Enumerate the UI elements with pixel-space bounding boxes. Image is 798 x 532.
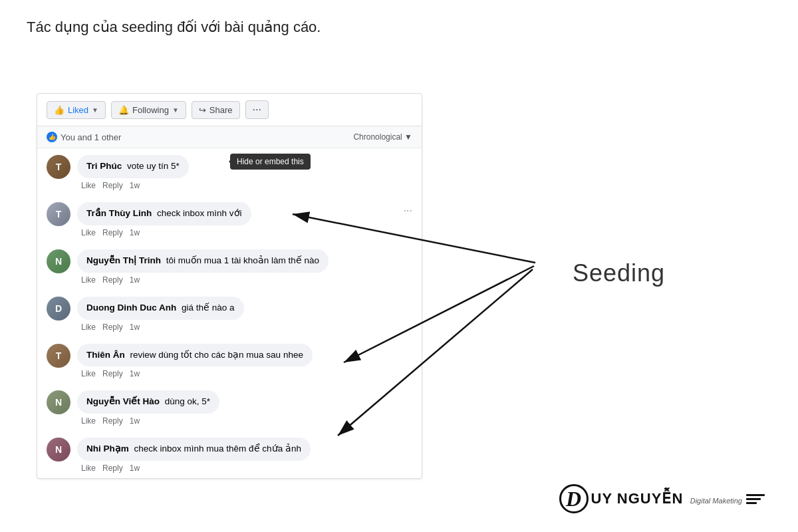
reply-action[interactable]: Reply (102, 181, 123, 190)
share-icon: ↪ (199, 105, 206, 115)
like-action[interactable]: Like (81, 275, 96, 285)
comment-bubble: Tri Phúc vote uy tín 5* (77, 155, 189, 178)
reply-action[interactable]: Reply (102, 369, 123, 378)
comment-bubble: Nhi Phạm check inbox mình mua thêm để ch… (77, 438, 311, 461)
comment-author: Trần Thùy Linh (86, 208, 152, 218)
comment-bubble: Thiên Ân review dùng tốt cho các bạn mua… (77, 344, 313, 367)
comment-more-button[interactable]: ··· (404, 205, 412, 217)
avatar: N (47, 390, 70, 414)
comment-meta: Like Reply 1w (77, 415, 412, 427)
like-action[interactable]: Like (81, 323, 96, 332)
timestamp: 1w (130, 228, 140, 237)
like-action[interactable]: Like (81, 416, 96, 426)
comment-bubble: Nguyễn Viết Hào dùng ok, 5* (77, 390, 219, 414)
comment-bubble: Nguyễn Thị Trinh tôi muốn mua 1 tài khoả… (77, 249, 329, 273)
comment-bubble: Trần Thùy Linh check inbox mình với (77, 202, 251, 225)
following-button[interactable]: 🔔 Following ▼ (111, 101, 186, 119)
brand: D UY NGUYỄN Digital Maketing (559, 484, 765, 513)
timestamp: 1w (130, 181, 140, 190)
comment-bubble: Duong Dinh Duc Anh giá thế nào a (77, 297, 244, 320)
brand-decoration (746, 494, 765, 504)
comment-item: D Duong Dinh Duc Anh giá thế nào a Like … (37, 290, 422, 337)
comment-meta: Like Reply 1w (77, 180, 412, 192)
like-action[interactable]: Like (81, 228, 96, 237)
comment-author: Nguyễn Viết Hào (86, 396, 160, 406)
reply-action[interactable]: Reply (102, 228, 123, 237)
avatar: T (47, 155, 70, 179)
timestamp: 1w (130, 369, 140, 378)
comment-item: N Nguyễn Thị Trinh tôi muốn mua 1 tài kh… (37, 243, 422, 290)
like-action[interactable]: Like (81, 369, 96, 378)
share-button[interactable]: ↪ Share (192, 101, 240, 119)
like-action[interactable]: Like (81, 181, 96, 190)
comment-item: T Tri Phúc vote uy tín 5* Like Reply 1w … (37, 148, 422, 196)
following-label: Following (132, 105, 169, 115)
reply-action[interactable]: Reply (102, 464, 123, 473)
avatar: N (47, 249, 70, 273)
comment-meta: Like Reply 1w (77, 462, 412, 474)
timestamp: 1w (130, 464, 140, 473)
timestamp: 1w (130, 323, 140, 332)
comment-content: Duong Dinh Duc Anh giá thế nào a Like Re… (77, 297, 412, 333)
comment-author: Tri Phúc (86, 161, 122, 171)
comment-meta: Like Reply 1w (77, 227, 412, 239)
comment-author: Nhi Phạm (86, 444, 129, 454)
more-button[interactable]: ··· (245, 100, 269, 119)
comment-text: check inbox mình mua thêm để chứa ảnh (134, 444, 301, 454)
comment-meta: Like Reply 1w (77, 368, 412, 380)
comment-text: check inbox mình với (157, 208, 242, 218)
liked-button[interactable]: 👍 Liked ▼ (47, 101, 106, 119)
comment-meta: Like Reply 1w (77, 321, 412, 333)
comment-meta: Like Reply 1w (77, 274, 412, 286)
comment-content: Trần Thùy Linh check inbox mình với Like… (77, 202, 412, 239)
tooltip: Hide or embed this (230, 154, 311, 170)
reply-action[interactable]: Reply (102, 323, 123, 332)
like-action[interactable]: Like (81, 464, 96, 473)
comment-author: Nguyễn Thị Trinh (86, 255, 161, 265)
facebook-panel: 👍 Liked ▼ 🔔 Following ▼ ↪ Share ··· 👍 Yo… (37, 93, 422, 479)
comment-content: Nguyễn Viết Hào dùng ok, 5* Like Reply 1… (77, 390, 412, 427)
comment-text: vote uy tín 5* (127, 161, 180, 171)
comments-list: T Tri Phúc vote uy tín 5* Like Reply 1w … (37, 148, 422, 478)
avatar: T (47, 202, 70, 226)
comment-text: review dùng tốt cho các bạn mua sau nhee (130, 350, 303, 360)
comment-item: N Nhi Phạm check inbox mình mua thêm để … (37, 431, 422, 478)
avatar: D (47, 297, 70, 321)
reply-action[interactable]: Reply (102, 275, 123, 285)
avatar: T (47, 344, 70, 368)
following-icon: 🔔 (118, 105, 129, 115)
comment-content: Thiên Ân review dùng tốt cho các bạn mua… (77, 344, 412, 380)
following-chevron: ▼ (172, 106, 179, 114)
reaction-count: 👍 You and 1 other (47, 132, 121, 142)
avatar: N (47, 438, 70, 462)
comments-header: 👍 You and 1 other Chronological ▼ (37, 126, 422, 148)
timestamp: 1w (130, 416, 140, 426)
comment-content: Nhi Phạm check inbox mình mua thêm để ch… (77, 438, 412, 474)
like-icon: 👍 (54, 105, 65, 115)
liked-chevron: ▼ (92, 106, 98, 114)
brand-name-text: UY NGUYỄN Digital Maketing (591, 490, 742, 507)
seeding-label: Seeding (573, 259, 665, 287)
comment-item: T Thiên Ân review dùng tốt cho các bạn m… (37, 337, 422, 384)
action-bar: 👍 Liked ▼ 🔔 Following ▼ ↪ Share ··· (37, 94, 422, 126)
like-icon-small: 👍 (47, 132, 57, 142)
comment-author: Thiên Ân (86, 350, 125, 360)
comment-content: Nguyễn Thị Trinh tôi muốn mua 1 tài khoả… (77, 249, 412, 286)
reply-action[interactable]: Reply (102, 416, 123, 426)
comment-item: T Trần Thùy Linh check inbox mình với Li… (37, 196, 422, 243)
timestamp: 1w (130, 275, 140, 285)
page-title: Tác dụng của seeding đối với bài quảng c… (27, 19, 321, 36)
brand-logo-d: D (559, 484, 589, 513)
comment-author: Duong Dinh Duc Anh (86, 303, 176, 313)
comment-item: N Nguyễn Viết Hào dùng ok, 5* Like Reply… (37, 384, 422, 431)
comment-text: giá thế nào a (182, 303, 235, 313)
comment-text: tôi muốn mua 1 tài khoản làm thế nào (166, 255, 319, 265)
share-label: Share (209, 105, 233, 115)
liked-label: Liked (68, 105, 88, 115)
sort-button[interactable]: Chronological ▼ (353, 132, 412, 142)
comment-text: dùng ok, 5* (165, 396, 210, 406)
